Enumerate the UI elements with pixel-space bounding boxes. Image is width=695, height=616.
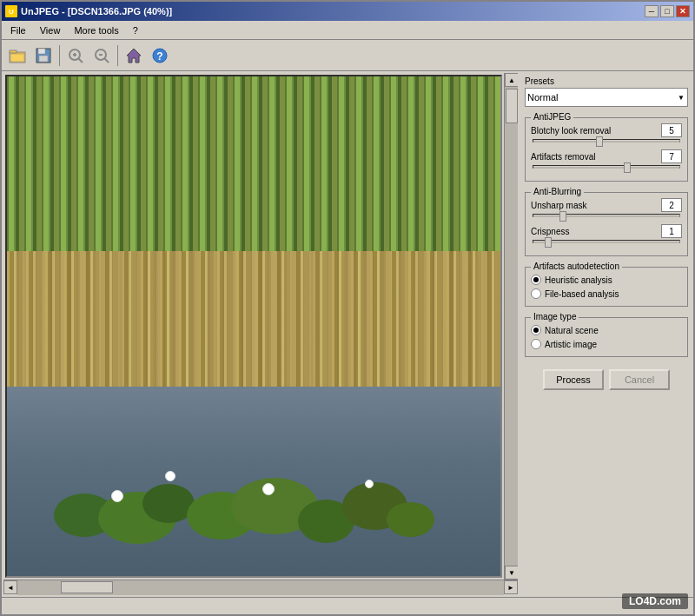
menu-bar: File View More tools ? [2, 21, 693, 40]
svg-rect-4 [38, 49, 45, 54]
scroll-left-arrow[interactable]: ◄ [3, 580, 17, 594]
unsharp-value: 2 [661, 198, 682, 212]
open-button[interactable] [5, 43, 30, 68]
presets-section: Presets Normal Strong Mild Custom [525, 76, 688, 107]
unsharp-row: Unsharp mask 2 [531, 198, 682, 212]
anti-jpeg-group: AntiJPEG Blotchy look removal 5 Artifact… [525, 117, 688, 182]
blotchy-slider-container [531, 139, 682, 142]
autodetection-radio-group: Heuristic analysis File-based analysis [531, 273, 682, 301]
presets-select-wrapper: Normal Strong Mild Custom [525, 88, 688, 107]
natural-dot [533, 328, 539, 333]
save-icon [35, 47, 52, 64]
scroll-thumb-h[interactable] [61, 581, 113, 593]
presets-dropdown[interactable]: Normal Strong Mild Custom [525, 88, 688, 107]
unsharp-label: Unsharp mask [531, 201, 586, 210]
anti-jpeg-label: AntiJPEG [531, 112, 573, 122]
artistic-image-label: Artistic image [545, 340, 597, 349]
image-plus-vscroll: ▲ ▼ [3, 73, 518, 580]
unsharp-thumb[interactable] [559, 211, 566, 222]
image-type-radio-group: Natural scene Artistic image [531, 323, 682, 351]
artistic-image-radio[interactable] [531, 339, 541, 349]
svg-rect-2 [10, 54, 24, 62]
scroll-right-arrow[interactable]: ► [504, 580, 518, 594]
menu-view[interactable]: View [33, 23, 68, 37]
image-type-group: Image type Natural scene Artistic image [525, 317, 688, 357]
app-icon: U [5, 5, 17, 17]
natural-scene-label: Natural scene [545, 326, 599, 335]
autodetection-group: Artifacts autodetection Heuristic analys… [525, 267, 688, 307]
process-button[interactable]: Process [543, 369, 604, 390]
artifacts-value: 7 [661, 149, 682, 163]
maximize-button[interactable]: □ [660, 5, 674, 17]
home-icon [125, 47, 142, 64]
crispness-slider[interactable] [533, 240, 680, 243]
file-based-option[interactable]: File-based analysis [531, 288, 682, 299]
natural-scene-option[interactable]: Natural scene [531, 325, 682, 335]
scroll-thumb-v[interactable] [506, 89, 518, 123]
zoom-out-button[interactable] [89, 43, 114, 68]
artifacts-row: Artifacts removal 7 [531, 149, 682, 163]
crispness-row: Crispness 1 [531, 224, 682, 238]
lily-pads-layer [31, 411, 475, 551]
scroll-up-arrow[interactable]: ▲ [505, 73, 518, 87]
unsharp-slider[interactable] [533, 214, 680, 217]
action-buttons: Process Cancel [525, 366, 688, 394]
anti-blurring-label: Anti-Blurring [531, 187, 584, 196]
anti-blurring-group: Anti-Blurring Unsharp mask 2 Crispness 1 [525, 192, 688, 256]
cancel-button[interactable]: Cancel [609, 369, 670, 390]
file-based-radio[interactable] [531, 288, 541, 299]
toolbar-sep-2 [117, 45, 118, 66]
crispness-value: 1 [661, 224, 682, 238]
menu-file[interactable]: File [3, 23, 33, 37]
toolbar-sep-1 [59, 45, 60, 66]
crispness-thumb[interactable] [545, 237, 552, 248]
artifacts-thumb[interactable] [624, 162, 631, 173]
image-area-wrapper: ▲ ▼ ◄ ► [3, 73, 518, 595]
horizontal-scrollbar: ◄ ► [3, 580, 518, 595]
artifacts-slider-container [531, 165, 682, 169]
presets-label: Presets [525, 76, 688, 86]
help-button[interactable]: ? [148, 43, 172, 68]
right-panel: Presets Normal Strong Mild Custom AntiJP… [520, 71, 693, 597]
scroll-track-h[interactable] [17, 580, 504, 595]
close-button[interactable]: ✕ [676, 5, 690, 17]
scroll-track-v[interactable] [505, 87, 518, 566]
zoom-in-icon [67, 47, 84, 64]
svg-text:?: ? [156, 50, 162, 63]
heuristic-label: Heuristic analysis [545, 275, 612, 285]
menu-more-tools[interactable]: More tools [67, 23, 125, 37]
svg-line-9 [78, 58, 83, 63]
artifacts-slider[interactable] [533, 165, 680, 169]
main-area: ▲ ▼ ◄ ► Presets [2, 71, 693, 597]
save-button[interactable] [31, 43, 56, 68]
help-icon: ? [151, 47, 169, 64]
image-type-label: Image type [531, 312, 579, 321]
svg-rect-1 [10, 50, 17, 53]
natural-scene-radio[interactable] [531, 325, 541, 335]
title-bar: U UnJPEG - [DSCN1366.JPG (40%)] ─ □ ✕ [2, 2, 693, 21]
minimize-button[interactable]: ─ [645, 5, 659, 17]
svg-line-12 [104, 58, 109, 63]
heuristic-dot [533, 277, 539, 282]
blotchy-slider[interactable] [533, 139, 680, 142]
blotchy-value: 5 [661, 123, 682, 137]
image-canvas[interactable] [5, 75, 502, 578]
unsharp-slider-container [531, 214, 682, 217]
window-controls: ─ □ ✕ [645, 5, 690, 17]
scroll-down-arrow[interactable]: ▼ [505, 566, 518, 580]
vertical-scrollbar: ▲ ▼ [504, 73, 518, 580]
zoom-in-button[interactable] [63, 43, 88, 68]
heuristic-radio[interactable] [531, 275, 541, 285]
crispness-slider-container [531, 240, 682, 243]
blotchy-row: Blotchy look removal 5 [531, 123, 682, 137]
artistic-image-option[interactable]: Artistic image [531, 339, 682, 349]
svg-marker-13 [127, 49, 141, 63]
svg-rect-5 [39, 56, 48, 62]
menu-help[interactable]: ? [126, 23, 145, 37]
crispness-label: Crispness [531, 227, 569, 236]
blotchy-thumb[interactable] [596, 136, 603, 147]
home-button[interactable] [122, 43, 146, 68]
blotchy-label: Blotchy look removal [531, 126, 611, 136]
heuristic-option[interactable]: Heuristic analysis [531, 275, 682, 285]
watermark: LO4D.com [622, 593, 688, 609]
